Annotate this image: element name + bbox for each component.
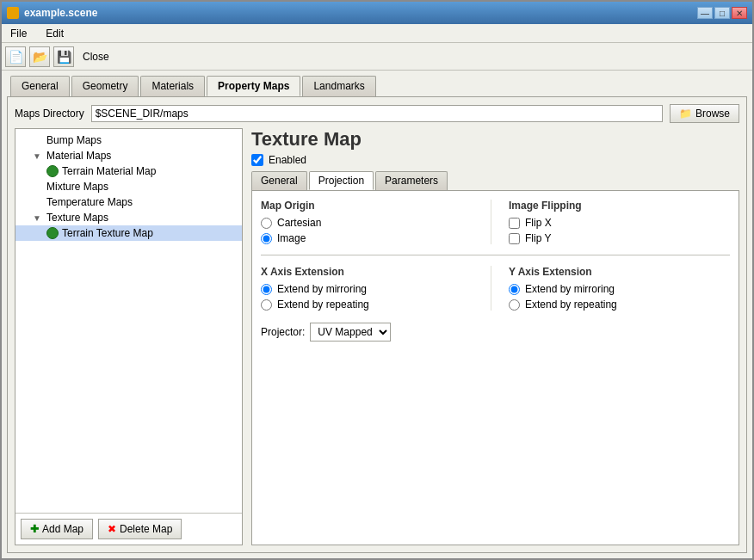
tab-landmarks[interactable]: Landmarks	[302, 76, 375, 96]
x-axis-radio-group: Extend by mirroring Extend by repeating	[261, 283, 482, 311]
texture-map-title: Texture Map	[251, 128, 739, 151]
map-origin-title: Map Origin	[261, 200, 482, 212]
radio-x-mirror-input[interactable]	[261, 284, 272, 295]
flip-y-checkbox[interactable]	[509, 233, 520, 244]
tree-item-bump-maps[interactable]: Bump Maps	[15, 132, 242, 148]
tab-inner-parameters[interactable]: Parameters	[375, 171, 448, 190]
collapse-icon: ▼	[33, 151, 43, 161]
close-window-button[interactable]: ✕	[732, 7, 747, 19]
radio-x-repeat-label: Extend by repeating	[277, 298, 369, 311]
enabled-row: Enabled	[251, 154, 739, 166]
tree-label: Bump Maps	[46, 134, 102, 146]
map-origin-section: Map Origin Cartesian Image	[261, 200, 491, 244]
add-map-button[interactable]: ✚ Add Map	[21, 519, 93, 539]
tree-item-texture-maps[interactable]: ▼ Texture Maps	[15, 210, 242, 225]
tree-label: Material Maps	[46, 150, 111, 162]
delete-map-label: Delete Map	[120, 523, 172, 535]
maps-dir-label: Maps Directory	[15, 108, 84, 120]
app-icon	[7, 7, 19, 19]
radio-x-mirror[interactable]: Extend by mirroring	[261, 283, 482, 295]
enabled-label: Enabled	[269, 154, 306, 166]
tree-label: Mixture Maps	[46, 181, 108, 193]
radio-image-label: Image	[277, 232, 306, 244]
tab-general[interactable]: General	[10, 76, 70, 96]
tab-inner-general[interactable]: General	[251, 171, 307, 190]
save-button[interactable]: 💾	[53, 46, 74, 67]
menu-file[interactable]: File	[5, 26, 32, 41]
map-active-icon	[46, 227, 59, 239]
menu-bar: File Edit	[2, 24, 752, 43]
radio-x-repeat-input[interactable]	[261, 299, 272, 311]
checkbox-flip-y[interactable]: Flip Y	[509, 232, 730, 244]
y-axis-radio-group: Extend by mirroring Extend by repeating	[509, 283, 730, 311]
tree-item-temperature-maps[interactable]: Temperature Maps	[15, 194, 242, 210]
browse-label: Browse	[695, 108, 730, 120]
radio-y-mirror[interactable]: Extend by mirroring	[509, 283, 730, 295]
radio-y-mirror-label: Extend by mirroring	[525, 283, 615, 295]
browse-icon: 📁	[679, 108, 692, 120]
maximize-button[interactable]: □	[714, 7, 730, 19]
flip-x-label: Flip X	[525, 217, 552, 229]
tab-inner-projection[interactable]: Projection	[309, 171, 374, 190]
image-flipping-title: Image Flipping	[509, 200, 730, 212]
radio-x-repeat[interactable]: Extend by repeating	[261, 298, 482, 311]
projector-label: Projector:	[261, 326, 305, 338]
main-content: General Geometry Materials Property Maps…	[2, 71, 752, 558]
left-panel: Bump Maps ▼ Material Maps Terrain Materi…	[15, 128, 243, 545]
radio-image[interactable]: Image	[261, 232, 482, 244]
enabled-checkbox[interactable]	[251, 154, 263, 166]
open-button[interactable]: 📂	[29, 46, 50, 67]
delete-map-button[interactable]: ✖ Delete Map	[98, 519, 182, 539]
right-panel: Texture Map Enabled General Projection P…	[243, 128, 739, 545]
top-tabs: General Geometry Materials Property Maps…	[7, 76, 747, 96]
title-bar-buttons: — □ ✕	[697, 7, 747, 19]
tree-item-terrain-material-map[interactable]: Terrain Material Map	[15, 163, 242, 179]
delete-icon: ✖	[108, 523, 116, 535]
split-area: Bump Maps ▼ Material Maps Terrain Materi…	[15, 128, 739, 545]
checkbox-flip-x[interactable]: Flip X	[509, 217, 730, 229]
menu-edit[interactable]: Edit	[40, 26, 69, 41]
tree-item-mixture-maps[interactable]: Mixture Maps	[15, 179, 242, 194]
tab-geometry[interactable]: Geometry	[71, 76, 139, 96]
flip-x-checkbox[interactable]	[509, 218, 520, 229]
tree-item-terrain-texture-map[interactable]: Terrain Texture Map	[15, 225, 242, 241]
radio-y-repeat[interactable]: Extend by repeating	[509, 298, 730, 311]
x-axis-section: X Axis Extension Extend by mirroring Ext…	[261, 266, 491, 311]
tree-label: Terrain Material Map	[62, 165, 156, 177]
inner-tabs: General Projection Parameters	[251, 171, 739, 190]
projector-select[interactable]: UV Mapped Planar Spherical Cylindrical	[310, 323, 391, 342]
maps-dir-value: $SCENE_DIR/maps	[91, 105, 663, 122]
tab-property-maps[interactable]: Property Maps	[207, 76, 300, 96]
x-axis-title: X Axis Extension	[261, 266, 482, 278]
tab-materials[interactable]: Materials	[140, 76, 205, 96]
browse-button[interactable]: 📁 Browse	[670, 104, 739, 123]
map-active-icon	[46, 165, 59, 177]
map-origin-radio-group: Cartesian Image	[261, 217, 482, 244]
two-col-top: Map Origin Cartesian Image	[261, 200, 730, 244]
two-col-bottom: X Axis Extension Extend by mirroring Ext…	[261, 266, 730, 311]
radio-y-mirror-input[interactable]	[509, 284, 520, 295]
minimize-button[interactable]: —	[697, 7, 713, 19]
radio-cartesian[interactable]: Cartesian	[261, 217, 482, 229]
left-panel-buttons: ✚ Add Map ✖ Delete Map	[15, 513, 242, 545]
add-map-label: Add Map	[42, 523, 83, 535]
tree-label: Terrain Texture Map	[62, 227, 153, 239]
tree-label: Texture Maps	[46, 212, 108, 224]
add-icon: ✚	[30, 523, 39, 535]
tree-view: Bump Maps ▼ Material Maps Terrain Materi…	[15, 129, 242, 513]
close-label[interactable]: Close	[77, 49, 114, 65]
projector-row: Projector: UV Mapped Planar Spherical Cy…	[261, 323, 730, 342]
tree-item-material-maps[interactable]: ▼ Material Maps	[15, 148, 242, 163]
image-flipping-section: Image Flipping Flip X Flip Y	[491, 200, 730, 244]
new-button[interactable]: 📄	[5, 46, 26, 67]
radio-cartesian-input[interactable]	[261, 218, 272, 229]
radio-x-mirror-label: Extend by mirroring	[277, 283, 367, 295]
radio-y-repeat-input[interactable]	[509, 299, 520, 311]
image-flipping-checkboxes: Flip X Flip Y	[509, 217, 730, 244]
tree-label: Temperature Maps	[46, 196, 133, 208]
radio-y-repeat-label: Extend by repeating	[525, 298, 617, 311]
separator	[261, 255, 730, 255]
radio-image-input[interactable]	[261, 233, 272, 244]
flip-y-label: Flip Y	[525, 232, 551, 244]
y-axis-title: Y Axis Extension	[509, 266, 730, 278]
